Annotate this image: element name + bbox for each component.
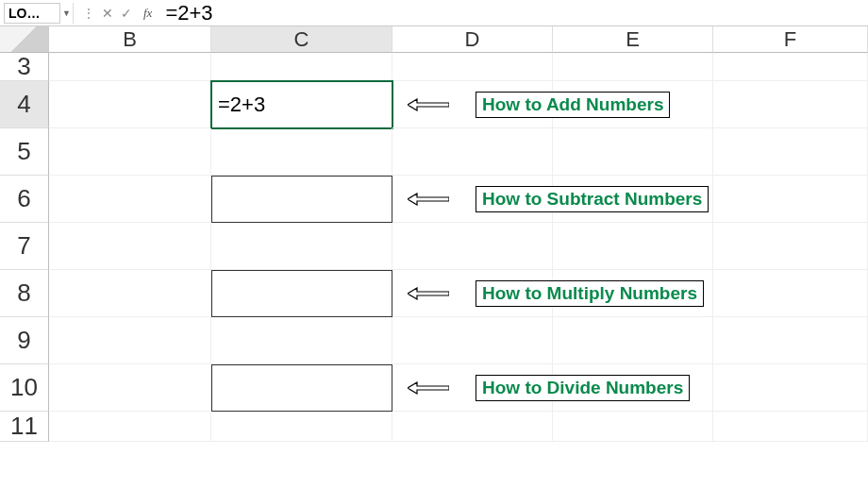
arrow-left-icon <box>408 381 449 395</box>
cell-e3[interactable] <box>553 53 713 81</box>
cell-c8[interactable] <box>211 270 392 317</box>
cell-c6[interactable] <box>211 176 392 223</box>
cell-f10[interactable] <box>713 364 868 412</box>
row-header-9[interactable]: 9 <box>0 317 49 364</box>
cell-c9[interactable] <box>211 317 392 364</box>
cell-c4[interactable]: =2+3 <box>211 81 392 128</box>
cell-f4[interactable] <box>713 81 868 128</box>
select-all-corner[interactable] <box>0 26 49 53</box>
cell-c5[interactable] <box>211 128 392 176</box>
cell-d11[interactable] <box>392 412 553 442</box>
col-header-d[interactable]: D <box>392 26 553 53</box>
cell-b11[interactable] <box>49 412 211 442</box>
row-headers: 3 4 5 6 7 8 9 10 11 <box>0 53 49 442</box>
cell-f8[interactable] <box>713 270 868 317</box>
arrow-left-icon <box>408 98 449 111</box>
cell-d5[interactable] <box>392 128 553 176</box>
cell-f5[interactable] <box>713 128 868 176</box>
cell-d4[interactable]: How to Add Numbers <box>392 81 553 128</box>
cell-d10[interactable]: How to Divide Numbers <box>392 364 553 412</box>
cell-c11[interactable] <box>211 412 392 442</box>
cell-b9[interactable] <box>49 317 211 364</box>
row-header-4[interactable]: 4 <box>0 81 49 128</box>
row-header-8[interactable]: 8 <box>0 270 49 317</box>
cell-b8[interactable] <box>49 270 211 317</box>
col-header-f[interactable]: F <box>713 26 868 53</box>
cell-d7[interactable] <box>392 223 553 270</box>
row-header-5[interactable]: 5 <box>0 128 49 176</box>
cell-e7[interactable] <box>553 223 713 270</box>
cell-f9[interactable] <box>713 317 868 364</box>
cell-b6[interactable] <box>49 176 211 223</box>
col-header-b[interactable]: B <box>49 26 211 53</box>
cell-c7[interactable] <box>211 223 392 270</box>
cell-d3[interactable] <box>392 53 553 81</box>
cell-e10[interactable] <box>553 364 713 412</box>
cell-b3[interactable] <box>49 53 211 81</box>
formula-input[interactable] <box>159 3 868 24</box>
cell-d8[interactable]: How to Multiply Numbers <box>392 270 553 317</box>
row-header-10[interactable]: 10 <box>0 364 49 412</box>
cell-d6[interactable]: How to Subtract Numbers <box>392 176 553 223</box>
cell-e4[interactable] <box>553 81 713 128</box>
row-header-3[interactable]: 3 <box>0 53 49 81</box>
row-header-6[interactable]: 6 <box>0 176 49 223</box>
cell-e11[interactable] <box>553 412 713 442</box>
cell-b5[interactable] <box>49 128 211 176</box>
formula-bar: LO… ▼ ⋮ ✕ ✓ fx <box>0 0 868 26</box>
cell-b10[interactable] <box>49 364 211 412</box>
cell-e9[interactable] <box>553 317 713 364</box>
cells-area: =2+3 How to Add Numbers <box>49 53 868 442</box>
spreadsheet-grid: B C D E F 3 4 5 6 7 8 9 10 11 =2+3 <box>0 26 868 489</box>
cell-e5[interactable] <box>553 128 713 176</box>
col-header-e[interactable]: E <box>553 26 713 53</box>
cell-f3[interactable] <box>713 53 868 81</box>
enter-icon[interactable]: ✓ <box>117 3 136 24</box>
arrow-left-icon <box>408 287 449 300</box>
column-headers: B C D E F <box>0 26 868 53</box>
cell-f6[interactable] <box>713 176 868 223</box>
col-header-c[interactable]: C <box>211 26 392 53</box>
fx-icon[interactable]: fx <box>136 6 159 21</box>
name-box-dropdown[interactable]: ▼ <box>60 3 74 24</box>
cancel-icon[interactable]: ✕ <box>98 3 117 24</box>
cell-c10[interactable] <box>211 364 392 412</box>
cell-e6[interactable] <box>553 176 713 223</box>
expand-formula-icon[interactable]: ⋮ <box>79 7 98 20</box>
row-header-11[interactable]: 11 <box>0 412 49 442</box>
name-box[interactable]: LO… <box>4 3 60 24</box>
cell-c3[interactable] <box>211 53 392 81</box>
cell-d9[interactable] <box>392 317 553 364</box>
cell-b4[interactable] <box>49 81 211 128</box>
cell-b7[interactable] <box>49 223 211 270</box>
arrow-left-icon <box>408 193 449 206</box>
row-header-7[interactable]: 7 <box>0 223 49 270</box>
cell-e8[interactable] <box>553 270 713 317</box>
cell-f11[interactable] <box>713 412 868 442</box>
cell-f7[interactable] <box>713 223 868 270</box>
